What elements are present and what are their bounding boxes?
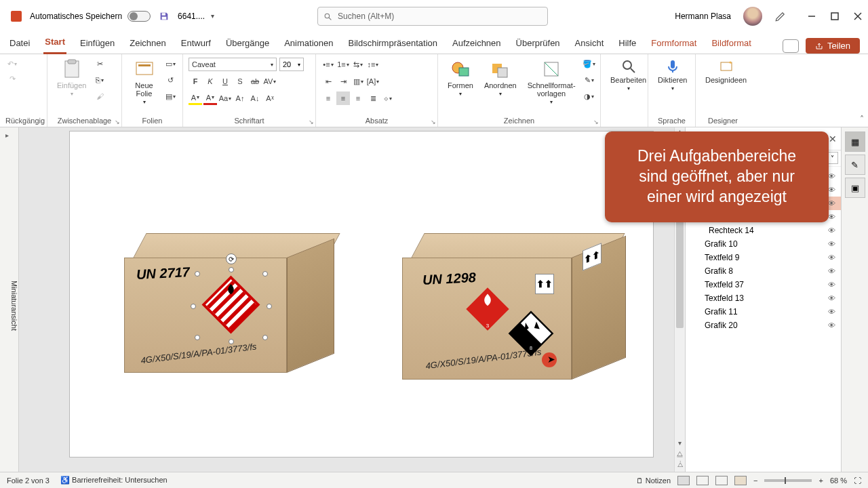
box-left[interactable]: UN 2717 4G/X50/S/19/A/PA-01/3773/fs ⟳ bbox=[124, 233, 348, 382]
numbering-button[interactable]: 1≡▾ bbox=[336, 58, 350, 71]
hazard-stripes-icon[interactable] bbox=[199, 272, 263, 337]
notes-button[interactable]: 🗒 Notizen bbox=[636, 476, 671, 485]
zoom-in[interactable]: + bbox=[818, 476, 823, 485]
taskpane-tile-2[interactable]: ✎ bbox=[845, 155, 865, 175]
tab-aufzeichnen[interactable]: Aufzeichnen bbox=[451, 34, 502, 54]
strike-button[interactable]: ab bbox=[248, 75, 262, 88]
layout-button[interactable]: ▭▾ bbox=[163, 57, 177, 70]
tab-ueberpruefen[interactable]: Überprüfen bbox=[515, 34, 561, 54]
expand-thumbnails-icon[interactable]: ▸ bbox=[5, 131, 9, 139]
tab-uebergaenge[interactable]: Übergänge bbox=[224, 34, 271, 54]
thumbnail-rail[interactable]: ▸ Miniaturansicht bbox=[0, 127, 19, 472]
editing-button[interactable]: Bearbeiten▾ bbox=[606, 57, 650, 93]
rotation-handle[interactable]: ⟳ bbox=[226, 253, 237, 264]
tab-start[interactable]: Start bbox=[43, 33, 66, 54]
tab-entwurf[interactable]: Entwurf bbox=[180, 34, 212, 54]
maximize-button[interactable] bbox=[830, 12, 840, 21]
fontcolor-button[interactable]: A▾ bbox=[203, 92, 217, 105]
new-slide-button[interactable]: Neue Folie▾ bbox=[127, 57, 161, 106]
tab-bildformat[interactable]: Bildformat bbox=[710, 34, 753, 54]
view-reading[interactable] bbox=[715, 476, 728, 485]
view-normal[interactable] bbox=[677, 476, 690, 485]
close-button[interactable] bbox=[853, 12, 863, 21]
tab-datei[interactable]: Datei bbox=[8, 34, 31, 54]
underline-button[interactable]: U bbox=[218, 75, 232, 88]
selection-item[interactable]: Textfeld 37👁 bbox=[686, 278, 841, 291]
autosave-toggle[interactable] bbox=[127, 11, 151, 22]
align-justify[interactable]: ≣ bbox=[366, 92, 380, 105]
comments-button[interactable] bbox=[783, 39, 799, 53]
tab-zeichnen[interactable]: Zeichnen bbox=[128, 34, 167, 54]
shapeeffects-button[interactable]: ◑▾ bbox=[583, 89, 596, 103]
view-slideshow[interactable] bbox=[734, 476, 747, 485]
zoom-out[interactable]: − bbox=[753, 476, 757, 485]
bold-button[interactable]: F bbox=[189, 75, 202, 88]
selection-item[interactable]: Textfeld 13👁 bbox=[686, 291, 841, 305]
user-avatar[interactable] bbox=[743, 7, 762, 26]
shapefill-button[interactable]: 🪣▾ bbox=[583, 57, 596, 70]
selection-item[interactable]: Grafik 20👁 bbox=[686, 319, 841, 332]
fit-to-window[interactable]: ⛶ bbox=[854, 476, 861, 485]
tab-hilfe[interactable]: Hilfe bbox=[617, 34, 637, 54]
italic-button[interactable]: K bbox=[203, 75, 217, 88]
paste-button[interactable]: Einfügen▾ bbox=[53, 57, 90, 98]
quickstyles-button[interactable]: Schnellformat- vorlagen▾ bbox=[524, 57, 580, 106]
undo-button[interactable]: ↶▾ bbox=[5, 57, 19, 70]
taskpane-tile-3[interactable]: ▣ bbox=[845, 178, 865, 198]
taskpane-tile-1[interactable]: ▦ bbox=[845, 131, 865, 152]
align-right[interactable]: ≡ bbox=[351, 92, 365, 105]
view-sorter[interactable] bbox=[696, 476, 709, 485]
cut-button[interactable]: ✂ bbox=[93, 57, 106, 70]
align-center[interactable]: ≡ bbox=[336, 92, 350, 105]
redo-button[interactable]: ↷ bbox=[5, 72, 19, 85]
zoom-slider[interactable] bbox=[764, 479, 812, 482]
tab-animationen[interactable]: Animationen bbox=[283, 34, 334, 54]
tab-einfuegen[interactable]: Einfügen bbox=[79, 34, 116, 54]
box-right[interactable]: UN 1298 4G/X50/S/19/A/PA-01/3773/fs 3 8 … bbox=[402, 233, 633, 389]
slide-area[interactable]: UN 2717 4G/X50/S/19/A/PA-01/3773/fs ⟳ bbox=[19, 127, 674, 472]
listlevel-button[interactable]: ⇆▾ bbox=[351, 58, 365, 71]
charspacing-button[interactable]: AV▾ bbox=[263, 75, 277, 88]
share-button[interactable]: Teilen bbox=[806, 38, 860, 54]
growfont-button[interactable]: A↑ bbox=[233, 92, 247, 105]
changecase-button[interactable]: Aa▾ bbox=[218, 92, 232, 105]
copy-button[interactable]: ⎘▾ bbox=[93, 73, 106, 87]
highlight-button[interactable]: A▾ bbox=[189, 92, 202, 105]
selection-item[interactable]: Grafik 10👁 bbox=[686, 237, 841, 251]
section-button[interactable]: ▤▾ bbox=[163, 89, 177, 103]
minimize-button[interactable] bbox=[807, 12, 816, 21]
arrange-button[interactable]: Anordnen▾ bbox=[480, 57, 521, 98]
shrinkfont-button[interactable]: A↓ bbox=[248, 92, 262, 105]
sel-handle[interactable] bbox=[267, 304, 272, 309]
selection-item[interactable]: Grafik 8👁 bbox=[686, 264, 841, 278]
sel-handle[interactable] bbox=[262, 335, 268, 340]
bullets-button[interactable]: •≡▾ bbox=[321, 58, 335, 71]
linespacing-button[interactable]: ↕≡▾ bbox=[366, 58, 380, 71]
selection-item[interactable]: Rechteck 14👁 bbox=[686, 224, 841, 237]
textdir-button[interactable]: [A]▾ bbox=[366, 75, 380, 88]
indent-button[interactable]: ⇥ bbox=[336, 75, 350, 88]
designideas-button[interactable]: Designideen bbox=[701, 57, 751, 85]
a11y-status[interactable]: ♿ Barrierefreiheit: Untersuchen bbox=[60, 476, 167, 485]
font-name[interactable]: Caveat▾ bbox=[189, 58, 277, 71]
slide-canvas[interactable]: UN 2717 4G/X50/S/19/A/PA-01/3773/fs ⟳ bbox=[70, 131, 653, 457]
sel-handle[interactable] bbox=[262, 271, 268, 277]
selection-item[interactable]: Textfeld 9👁 bbox=[686, 251, 841, 264]
tab-praesentation[interactable]: Bildschirmpräsentation bbox=[347, 34, 439, 54]
clearformat-button[interactable]: Aᵡ bbox=[263, 92, 277, 105]
sel-handle[interactable] bbox=[195, 335, 200, 340]
reset-button[interactable]: ↺ bbox=[163, 73, 177, 87]
format-painter[interactable]: 🖌 bbox=[93, 89, 106, 103]
tab-formformat[interactable]: Formformat bbox=[650, 34, 698, 54]
tab-ansicht[interactable]: Ansicht bbox=[574, 34, 606, 54]
zoom-level[interactable]: 68 % bbox=[830, 476, 847, 485]
shapeoutline-button[interactable]: ✎▾ bbox=[583, 73, 596, 87]
pen-icon[interactable] bbox=[774, 10, 787, 22]
shapes-button[interactable]: Formen▾ bbox=[443, 57, 477, 98]
dictate-button[interactable]: Diktieren▾ bbox=[654, 57, 691, 93]
smartart-button[interactable]: ⟐▾ bbox=[381, 92, 395, 105]
shadow-button[interactable]: S bbox=[233, 75, 247, 88]
font-size[interactable]: 20▾ bbox=[279, 58, 304, 71]
sel-handle[interactable] bbox=[229, 339, 234, 344]
sel-handle[interactable] bbox=[191, 304, 196, 309]
